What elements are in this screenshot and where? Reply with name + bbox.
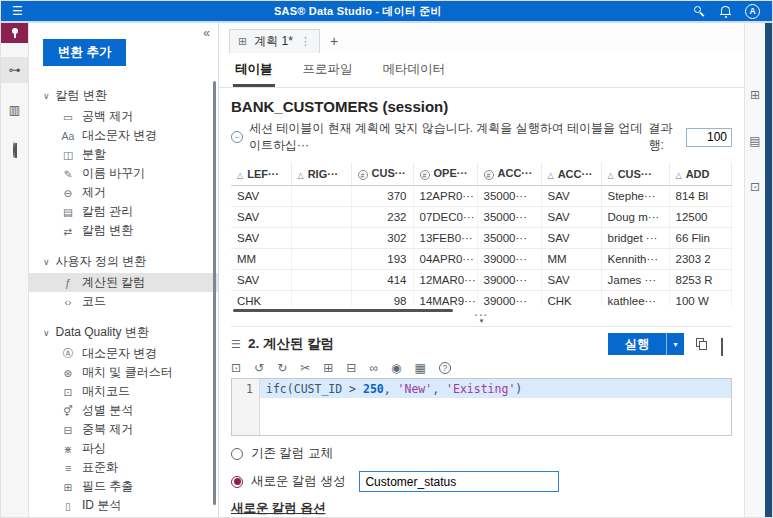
column-header[interactable]: △CUS···	[601, 162, 669, 186]
sidebar-item-dq-change-case[interactable]: Ⓐ대소문자 변경	[29, 344, 218, 363]
code-token: )	[515, 382, 522, 396]
sidebar-item-split[interactable]: ◫분할	[29, 145, 218, 164]
menu-icon[interactable]: ☰	[12, 5, 23, 17]
sidebar-item-matchcode[interactable]: ⊡매치코드	[29, 382, 218, 401]
grid-hscrollbar-thumb[interactable]	[233, 309, 453, 312]
new-column-label: 새로운 칼럼 생성	[251, 473, 345, 490]
table-panel-icon[interactable]: ▥	[1, 97, 28, 123]
sidebar-item-change-case[interactable]: Aa대소문자 변경	[29, 126, 218, 145]
tree-section: ∨사용자 정의 변환ƒ계산된 칼럼‹›코드	[29, 250, 218, 311]
result-rows-input[interactable]	[686, 128, 732, 147]
sidebar-item-standardize[interactable]: ≡표준화	[29, 458, 218, 477]
cell	[291, 186, 351, 207]
table-row[interactable]: SAV23207DEC0···35000···SAVDoug m···12500	[231, 207, 731, 228]
comment-icon[interactable]: ⊡	[750, 181, 760, 193]
new-column-radio[interactable]	[231, 476, 243, 488]
cell: Stephe···	[601, 186, 669, 207]
sidebar-item-trim-whitespace[interactable]: ▭공백 제거	[29, 107, 218, 126]
duplicate-step-icon[interactable]	[696, 338, 709, 351]
tab-메타데이터[interactable]: 메타데이터	[381, 53, 448, 87]
redo-icon[interactable]: ↻	[277, 362, 287, 374]
avatar[interactable]: A	[745, 4, 760, 19]
cut-icon[interactable]: ✂	[300, 362, 310, 374]
sidebar-item-gender-analysis[interactable]: ⚥성별 분석	[29, 401, 218, 420]
cell: 8253 R	[669, 270, 731, 291]
add-transform-button[interactable]: 변환 추가	[43, 39, 126, 66]
find-replace-icon[interactable]: ∞	[369, 362, 378, 374]
table-row[interactable]: SAV41412MAR0···39000···SAVJames ···8253 …	[231, 270, 731, 291]
properties-icon[interactable]: ▤	[749, 135, 760, 147]
id-analysis-icon: ▯	[61, 500, 75, 512]
app-title: SAS® Data Studio - 데이터 준비	[23, 4, 693, 19]
column-header[interactable]: #CUS···	[351, 162, 413, 186]
gender-analysis-icon: ⚥	[61, 405, 75, 417]
tab-plan-1[interactable]: ⊞ 계획 1* ⋮	[229, 29, 320, 53]
code-token: 250	[363, 382, 384, 396]
column-header[interactable]: △LEF···	[231, 162, 291, 186]
column-header[interactable]: △ACC···	[541, 162, 601, 186]
run-button[interactable]: 실행 ▾	[608, 333, 684, 355]
manage-columns-icon[interactable]: ⊞	[750, 89, 760, 101]
help-icon[interactable]: ?	[439, 362, 451, 374]
paste-icon[interactable]: ⊟	[346, 362, 356, 374]
new-column-options-link[interactable]: 새로운 칼럼 옵션	[231, 500, 325, 517]
new-column-name-input[interactable]	[359, 471, 559, 492]
sidebar-item-convert-column[interactable]: ⇄칼럼 변환	[29, 221, 218, 240]
copy-icon[interactable]: ⊞	[323, 362, 333, 374]
cell: 12500	[669, 207, 731, 228]
tab-프로파일[interactable]: 프로파일	[301, 53, 355, 87]
column-header[interactable]: #ACC···	[477, 162, 541, 186]
cell	[291, 207, 351, 228]
sidebar-item-calculated-column[interactable]: ƒ계산된 칼럼	[29, 273, 218, 292]
left-icon-rail: ⊶▥	[1, 23, 29, 517]
delete-step-icon[interactable]	[721, 338, 732, 351]
code-editor[interactable]: 1 ifc(CUST_ID > 250, 'New', 'Existing')	[231, 378, 732, 436]
panel-splitter[interactable]: ··· ▾	[231, 312, 732, 326]
run-dropdown-icon[interactable]: ▾	[666, 333, 684, 355]
collapse-sidebar-icon[interactable]: «	[203, 26, 210, 40]
sidebar-item-field-extraction[interactable]: ⊞필드 추출	[29, 477, 218, 496]
table-row[interactable]: MM19304APR0···39000···MMKennith···2303 2	[231, 249, 731, 270]
undo-icon[interactable]: ↺	[254, 362, 264, 374]
transform-sidebar: « 변환 추가 ∨칼럼 변환▭공백 제거Aa대소문자 변경◫분할✎이름 바꾸기⊖…	[29, 23, 219, 517]
notifications-icon[interactable]	[719, 5, 732, 18]
sidebar-scrollbar[interactable]	[213, 81, 216, 505]
print-icon[interactable]: ▦	[414, 362, 425, 374]
line-number: 1	[232, 379, 260, 435]
tree-section: ∨칼럼 변환▭공백 제거Aa대소문자 변경◫분할✎이름 바꾸기⊖제거▤칼럼 관리…	[29, 84, 218, 240]
table-row[interactable]: SAV37012APR0···35000···SAVStephe···814 B…	[231, 186, 731, 207]
code-token: 'Existing'	[446, 382, 515, 396]
character-type-icon: △	[237, 171, 243, 180]
table-row[interactable]: SAV30213FEB0···35000···SAVbridget ···66 …	[231, 228, 731, 249]
tab-테이블[interactable]: 테이블	[233, 53, 275, 87]
sidebar-item-deduplicate[interactable]: ⊟중복 제거	[29, 420, 218, 439]
column-header[interactable]: △ADD	[669, 162, 731, 186]
column-header[interactable]: #OPE···	[413, 162, 477, 186]
column-header[interactable]: △RIG···	[291, 162, 351, 186]
section-header-1[interactable]: ∨사용자 정의 변환	[29, 250, 218, 273]
sidebar-item-code[interactable]: ‹›코드	[29, 292, 218, 311]
tab-menu-icon[interactable]: ⋮	[300, 35, 311, 48]
search-icon[interactable]	[693, 5, 706, 18]
open-program-icon[interactable]: ⊡	[231, 362, 241, 374]
pin-icon[interactable]	[1, 23, 28, 43]
sidebar-item-parsing[interactable]: ⋇파싱	[29, 439, 218, 458]
run-button-label[interactable]: 실행	[608, 333, 666, 355]
sidebar-item-manage-columns[interactable]: ▤칼럼 관리	[29, 202, 218, 221]
lightbulb-icon[interactable]	[1, 137, 28, 163]
section-header-0[interactable]: ∨칼럼 변환	[29, 84, 218, 107]
code-line[interactable]: ifc(CUST_ID > 250, 'New', 'Existing')	[260, 379, 731, 398]
replace-column-radio[interactable]	[231, 448, 243, 460]
sidebar-item-rename[interactable]: ✎이름 바꾸기	[29, 164, 218, 183]
plan-tab-label: 계획 1*	[254, 33, 293, 50]
sidebar-item-remove[interactable]: ⊖제거	[29, 183, 218, 202]
new-plan-tab-button[interactable]: +	[330, 33, 338, 49]
table-row[interactable]: CHK9814MAR9···39000···CHKkathlee···100 W	[231, 291, 731, 306]
key-icon[interactable]: ⊶	[1, 57, 28, 83]
transform-tree: ∨칼럼 변환▭공백 제거Aa대소문자 변경◫분할✎이름 바꾸기⊖제거▤칼럼 관리…	[29, 84, 218, 517]
clear-icon[interactable]: ◉	[391, 362, 401, 374]
sidebar-item-match-cluster[interactable]: ⊛매치 및 클러스터	[29, 363, 218, 382]
sidebar-item-id-analysis[interactable]: ▯ID 분석	[29, 496, 218, 515]
section-header-2[interactable]: ∨Data Quality 변환	[29, 321, 218, 344]
matchcode-icon: ⊡	[61, 386, 75, 398]
